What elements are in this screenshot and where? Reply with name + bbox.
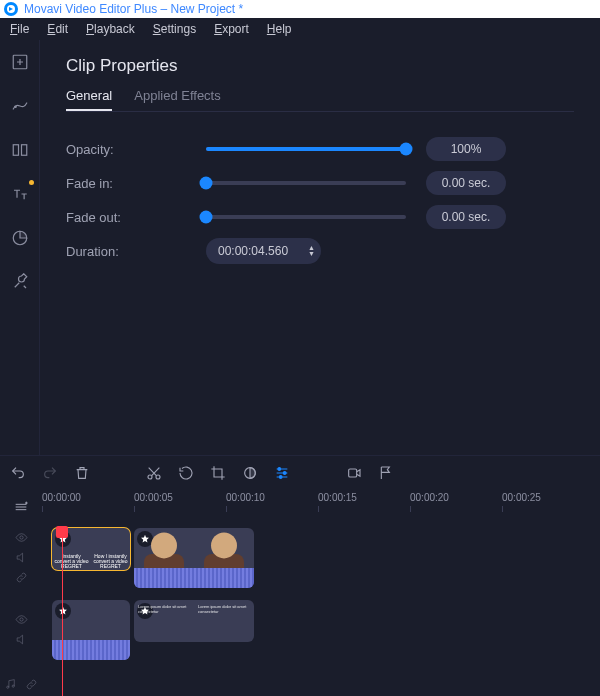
menu-export[interactable]: Export (214, 22, 249, 36)
menu-bar: File Edit Playback Settings Export Help (0, 18, 600, 40)
track-2-head (0, 600, 42, 662)
panel-title: Clip Properties (66, 56, 574, 76)
menu-help[interactable]: Help (267, 22, 292, 36)
svg-point-13 (19, 618, 22, 621)
opacity-label: Opacity: (66, 142, 206, 157)
fade-out-label: Fade out: (66, 210, 206, 225)
properties-tabs: General Applied Effects (66, 88, 574, 112)
svg-point-5 (148, 475, 152, 479)
color-adjust-icon[interactable] (242, 465, 258, 484)
marker-icon[interactable] (378, 465, 394, 484)
clip-label: How I instantly convert a video REGRET (93, 554, 128, 569)
cut-icon[interactable] (146, 465, 162, 484)
svg-rect-11 (349, 469, 357, 477)
svg-point-10 (279, 475, 282, 478)
tab-applied-effects[interactable]: Applied Effects (134, 88, 220, 111)
duration-stepper[interactable]: 00:00:04.560 ▲▼ (206, 238, 321, 264)
link-icon[interactable] (25, 678, 38, 694)
svg-point-15 (12, 685, 14, 687)
fade-in-value[interactable]: 0.00 sec. (426, 171, 506, 195)
fade-in-row: Fade in: 0.00 sec. (66, 166, 574, 200)
mute-icon[interactable] (15, 633, 28, 649)
crop-icon[interactable] (210, 465, 226, 484)
audio-track-head (0, 676, 42, 696)
clip-properties-icon[interactable] (274, 465, 290, 484)
timeline-section: 00:00:00 00:00:05 00:00:10 00:00:15 00:0… (0, 455, 600, 696)
timeline-toolbar (0, 456, 600, 492)
window-title: Movavi Video Editor Plus – New Project * (24, 2, 243, 16)
svg-point-6 (156, 475, 160, 479)
fade-out-slider[interactable] (206, 215, 406, 219)
timeline-clip[interactable] (134, 528, 254, 588)
undo-icon[interactable] (10, 465, 26, 484)
fade-out-row: Fade out: 0.00 sec. (66, 200, 574, 234)
rotate-icon[interactable] (178, 465, 194, 484)
opacity-row: Opacity: 100% (66, 132, 574, 166)
ruler-tick: 00:00:15 (318, 492, 357, 503)
clip-label: Instantly convert a video REGRET (54, 554, 89, 569)
opacity-slider[interactable] (206, 147, 406, 151)
svg-point-8 (278, 467, 281, 470)
clip-text: Lorem ipsum dolor sit amet consectetur (198, 604, 250, 638)
menu-file[interactable]: File (10, 22, 29, 36)
ruler-tick: 00:00:10 (226, 492, 265, 503)
fade-in-label: Fade in: (66, 176, 206, 191)
svg-point-9 (283, 471, 286, 474)
star-icon (137, 531, 153, 547)
fade-out-value[interactable]: 0.00 sec. (426, 205, 506, 229)
svg-point-14 (7, 686, 9, 688)
music-icon[interactable] (4, 678, 17, 694)
duration-row: Duration: 00:00:04.560 ▲▼ (66, 234, 574, 268)
fade-in-slider[interactable] (206, 181, 406, 185)
clip-text: Lorem ipsum dolor sit amet consectetur (138, 604, 190, 638)
add-track-button[interactable] (0, 492, 42, 522)
visibility-icon[interactable] (15, 531, 28, 547)
redo-icon[interactable] (42, 465, 58, 484)
svg-rect-4 (21, 145, 26, 156)
track-1-head (0, 528, 42, 590)
mute-icon[interactable] (15, 551, 28, 567)
stickers-icon[interactable] (8, 226, 32, 250)
app-logo-icon (4, 2, 18, 16)
timeline-clip[interactable]: Lorem ipsum dolor sit amet consectetur L… (134, 600, 254, 642)
ruler-tick: 00:00:25 (502, 492, 541, 503)
duration-spin-icon[interactable]: ▲▼ (308, 245, 315, 257)
clip-properties-panel: Clip Properties General Applied Effects … (40, 40, 600, 455)
delete-icon[interactable] (74, 465, 90, 484)
left-tool-rail (0, 40, 40, 455)
svg-rect-3 (13, 145, 18, 156)
titles-icon[interactable] (8, 182, 32, 206)
visibility-icon[interactable] (15, 613, 28, 629)
duration-value: 00:00:04.560 (218, 244, 308, 258)
tab-general[interactable]: General (66, 88, 112, 111)
record-icon[interactable] (346, 465, 362, 484)
title-bar: Movavi Video Editor Plus – New Project * (0, 0, 600, 18)
link-icon[interactable] (15, 571, 28, 587)
star-icon (55, 603, 71, 619)
filters-icon[interactable] (8, 94, 32, 118)
menu-edit[interactable]: Edit (47, 22, 68, 36)
svg-point-12 (19, 536, 22, 539)
transitions-icon[interactable] (8, 138, 32, 162)
menu-playback[interactable]: Playback (86, 22, 135, 36)
opacity-value[interactable]: 100% (426, 137, 506, 161)
menu-settings[interactable]: Settings (153, 22, 196, 36)
timeline-ruler[interactable]: 00:00:00 00:00:05 00:00:10 00:00:15 00:0… (42, 492, 600, 522)
duration-label: Duration: (66, 244, 206, 259)
svg-point-2 (14, 106, 16, 108)
ruler-tick: 00:00:05 (134, 492, 173, 503)
ruler-tick: 00:00:00 (42, 492, 81, 503)
add-media-icon[interactable] (8, 50, 32, 74)
timeline-clip[interactable] (52, 600, 130, 660)
more-tools-icon[interactable] (8, 270, 32, 294)
ruler-tick: 00:00:20 (410, 492, 449, 503)
